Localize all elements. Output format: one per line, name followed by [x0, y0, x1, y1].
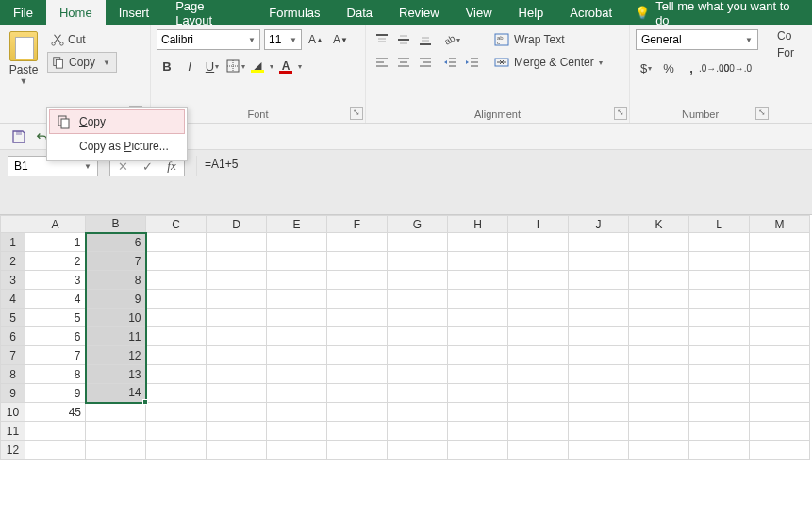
- copy-button[interactable]: Copy ▼: [47, 52, 117, 73]
- cell-G9[interactable]: [388, 384, 448, 403]
- tab-home[interactable]: Home: [46, 0, 106, 25]
- row-header-8[interactable]: 8: [1, 365, 25, 384]
- chevron-down-icon[interactable]: ▼: [84, 162, 91, 171]
- cell-H11[interactable]: [448, 422, 508, 441]
- cell-L1[interactable]: [689, 233, 750, 252]
- cell-F9[interactable]: [327, 384, 388, 403]
- cell-B10[interactable]: [86, 403, 146, 422]
- tell-me-search[interactable]: 💡 Tell me what you want to do: [625, 0, 812, 25]
- tab-help[interactable]: Help: [505, 0, 557, 25]
- cell-H4[interactable]: [448, 290, 508, 309]
- cell-F6[interactable]: [327, 327, 388, 346]
- cell-G6[interactable]: [388, 327, 448, 346]
- row-header-1[interactable]: 1: [1, 233, 25, 252]
- cell-E3[interactable]: [267, 271, 327, 290]
- cell-D3[interactable]: [207, 271, 267, 290]
- align-left-button[interactable]: [372, 52, 392, 73]
- wrap-text-button[interactable]: abc Wrap Text: [490, 29, 606, 50]
- borders-button[interactable]: ▾: [224, 56, 245, 76]
- cell-G1[interactable]: [388, 233, 448, 252]
- cell-A2[interactable]: 2: [25, 252, 86, 271]
- tab-formulas[interactable]: Formulas: [256, 0, 333, 25]
- cell-C8[interactable]: [146, 365, 207, 384]
- cell-C12[interactable]: [146, 441, 207, 460]
- font-name-select[interactable]: Calibri ▼: [157, 29, 260, 50]
- cell-M5[interactable]: [750, 309, 810, 327]
- font-color-button[interactable]: A: [275, 56, 296, 76]
- cell-D6[interactable]: [207, 327, 267, 346]
- cell-G7[interactable]: [388, 346, 448, 365]
- cell-K7[interactable]: [629, 346, 689, 365]
- cell-J8[interactable]: [569, 365, 629, 384]
- decrease-indent-button[interactable]: [440, 52, 461, 73]
- cell-D2[interactable]: [207, 252, 267, 271]
- cell-J12[interactable]: [569, 441, 629, 460]
- cell-J1[interactable]: [569, 233, 629, 252]
- cell-A9[interactable]: 9: [25, 384, 86, 403]
- tab-insert[interactable]: Insert: [106, 0, 163, 25]
- cell-I9[interactable]: [508, 384, 569, 403]
- cell-C6[interactable]: [146, 327, 207, 346]
- cell-I11[interactable]: [508, 422, 569, 441]
- save-button[interactable]: [9, 127, 28, 146]
- cell-I12[interactable]: [508, 441, 569, 460]
- cell-K10[interactable]: [629, 403, 689, 422]
- decrease-decimal-button[interactable]: .00→.0: [726, 58, 747, 78]
- cut-button[interactable]: Cut: [47, 29, 117, 50]
- cell-B6[interactable]: 11: [86, 327, 146, 346]
- cell-F10[interactable]: [327, 403, 388, 422]
- cell-B1[interactable]: 6: [86, 233, 146, 252]
- cell-J9[interactable]: [569, 384, 629, 403]
- column-header-L[interactable]: L: [689, 216, 750, 233]
- row-header-11[interactable]: 11: [1, 422, 25, 441]
- cell-M3[interactable]: [750, 271, 810, 290]
- row-header-4[interactable]: 4: [1, 290, 25, 309]
- row-header-7[interactable]: 7: [1, 346, 25, 365]
- cell-G8[interactable]: [388, 365, 448, 384]
- cell-F2[interactable]: [327, 252, 388, 271]
- cell-L10[interactable]: [689, 403, 750, 422]
- column-header-A[interactable]: A: [25, 216, 86, 233]
- cell-B12[interactable]: [86, 441, 146, 460]
- chevron-down-icon[interactable]: ▾: [270, 62, 273, 71]
- cell-E4[interactable]: [267, 290, 327, 309]
- cell-I6[interactable]: [508, 327, 569, 346]
- cell-M2[interactable]: [750, 252, 810, 271]
- align-bottom-button[interactable]: [415, 29, 436, 50]
- cell-G3[interactable]: [388, 271, 448, 290]
- cell-A5[interactable]: 5: [25, 309, 86, 327]
- cell-G5[interactable]: [388, 309, 448, 327]
- cell-M7[interactable]: [750, 346, 810, 365]
- cell-D11[interactable]: [207, 422, 267, 441]
- cell-K5[interactable]: [629, 309, 689, 327]
- cell-D8[interactable]: [207, 365, 267, 384]
- chevron-down-icon[interactable]: ▼: [6, 76, 41, 86]
- cell-K8[interactable]: [629, 365, 689, 384]
- cell-A1[interactable]: 1: [25, 233, 86, 252]
- column-header-B[interactable]: B: [86, 216, 146, 233]
- cell-H6[interactable]: [448, 327, 508, 346]
- cell-B3[interactable]: 8: [86, 271, 146, 290]
- cell-B4[interactable]: 9: [86, 290, 146, 309]
- format-as-table-partial[interactable]: For: [777, 46, 794, 59]
- column-header-G[interactable]: G: [388, 216, 448, 233]
- tab-page-layout[interactable]: Page Layout: [162, 0, 256, 25]
- cell-B7[interactable]: 12: [86, 346, 146, 365]
- cell-M1[interactable]: [750, 233, 810, 252]
- cell-K3[interactable]: [629, 271, 689, 290]
- cell-D12[interactable]: [207, 441, 267, 460]
- column-header-C[interactable]: C: [146, 216, 207, 233]
- cell-M6[interactable]: [750, 327, 810, 346]
- cell-B9[interactable]: 14: [86, 384, 146, 403]
- cell-I10[interactable]: [508, 403, 569, 422]
- cell-E10[interactable]: [267, 403, 327, 422]
- increase-indent-button[interactable]: [462, 52, 483, 73]
- cell-L6[interactable]: [689, 327, 750, 346]
- cell-L2[interactable]: [689, 252, 750, 271]
- row-header-10[interactable]: 10: [1, 403, 25, 422]
- cell-E12[interactable]: [267, 441, 327, 460]
- cell-B8[interactable]: 13: [86, 365, 146, 384]
- cell-I7[interactable]: [508, 346, 569, 365]
- cell-D9[interactable]: [207, 384, 267, 403]
- select-all-corner[interactable]: [1, 216, 25, 233]
